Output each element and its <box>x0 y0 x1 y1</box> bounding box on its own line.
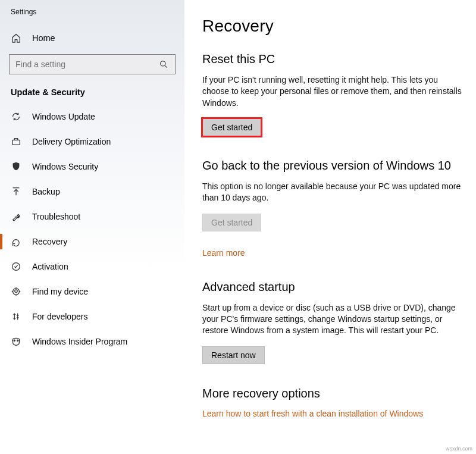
sidebar: Settings Home Update & Security Windows … <box>0 0 184 454</box>
sidebar-section-header: Update & Security <box>0 83 184 104</box>
check-circle-icon <box>11 261 21 272</box>
advanced-body: Start up from a device or disc (such as … <box>202 302 462 337</box>
sidebar-item-activation[interactable]: Activation <box>0 254 184 279</box>
svg-point-0 <box>161 61 165 66</box>
svg-point-7 <box>17 340 18 341</box>
sidebar-item-recovery[interactable]: Recovery <box>0 229 184 254</box>
section-advanced-startup: Advanced startup Start up from a device … <box>202 280 462 364</box>
goback-learn-more-link[interactable]: Learn more <box>202 248 245 258</box>
shield-icon <box>11 161 21 172</box>
home-icon <box>11 33 21 43</box>
wrench-icon <box>11 211 21 222</box>
section-reset-this-pc: Reset this PC If your PC isn't running w… <box>202 52 462 136</box>
sidebar-item-windows-update[interactable]: Windows Update <box>0 104 184 129</box>
attribution-text: wsxdn.com <box>446 446 472 452</box>
more-heading: More recovery options <box>202 387 462 400</box>
more-fresh-install-link[interactable]: Learn how to start fresh with a clean in… <box>202 409 423 418</box>
sidebar-item-label: Troubleshoot <box>32 212 80 221</box>
goback-get-started-button: Get started <box>202 214 261 231</box>
sidebar-item-find-my-device[interactable]: Find my device <box>0 279 184 304</box>
sidebar-item-windows-insider[interactable]: Windows Insider Program <box>0 329 184 354</box>
developer-icon <box>11 311 21 322</box>
sidebar-item-label: Activation <box>32 262 68 271</box>
search-field[interactable] <box>9 54 176 74</box>
sidebar-item-label: Backup <box>32 187 60 196</box>
sidebar-item-label: For developers <box>32 312 87 321</box>
search-input[interactable] <box>15 60 158 69</box>
sync-icon <box>11 111 21 122</box>
insider-icon <box>11 336 21 347</box>
goback-heading: Go back to the previous version of Windo… <box>202 159 462 173</box>
page-title: Recovery <box>202 17 462 36</box>
recovery-icon <box>11 236 21 247</box>
svg-point-4 <box>15 290 18 293</box>
search-wrap <box>0 49 184 83</box>
backup-icon <box>11 186 21 197</box>
search-icon <box>158 59 169 70</box>
advanced-heading: Advanced startup <box>202 280 462 294</box>
optimization-icon <box>11 136 21 147</box>
section-go-back: Go back to the previous version of Windo… <box>202 159 462 258</box>
section-more-recovery: More recovery options Learn how to start… <box>202 387 462 418</box>
reset-heading: Reset this PC <box>202 52 462 66</box>
sidebar-item-label: Delivery Optimization <box>32 137 111 146</box>
sidebar-item-label: Find my device <box>32 287 88 296</box>
svg-line-1 <box>165 65 167 67</box>
window-title: Settings <box>0 0 184 27</box>
location-icon <box>11 286 21 297</box>
svg-point-6 <box>14 340 15 341</box>
sidebar-item-for-developers[interactable]: For developers <box>0 304 184 329</box>
sidebar-item-delivery-optimization[interactable]: Delivery Optimization <box>0 129 184 154</box>
nav-home[interactable]: Home <box>0 27 184 49</box>
sidebar-item-label: Recovery <box>32 237 67 246</box>
sidebar-item-windows-security[interactable]: Windows Security <box>0 154 184 179</box>
reset-body: If your PC isn't running well, resetting… <box>202 74 462 109</box>
sidebar-item-label: Windows Security <box>32 162 98 171</box>
main-content: Recovery Reset this PC If your PC isn't … <box>184 0 476 454</box>
sidebar-item-label: Windows Update <box>32 112 95 121</box>
sidebar-item-label: Windows Insider Program <box>32 337 127 346</box>
nav-home-label: Home <box>32 33 55 43</box>
sidebar-item-troubleshoot[interactable]: Troubleshoot <box>0 204 184 229</box>
reset-get-started-button[interactable]: Get started <box>202 118 261 136</box>
goback-body: This option is no longer available becau… <box>202 181 462 204</box>
restart-now-button[interactable]: Restart now <box>202 346 265 364</box>
sidebar-item-backup[interactable]: Backup <box>0 179 184 204</box>
svg-rect-2 <box>12 140 20 145</box>
